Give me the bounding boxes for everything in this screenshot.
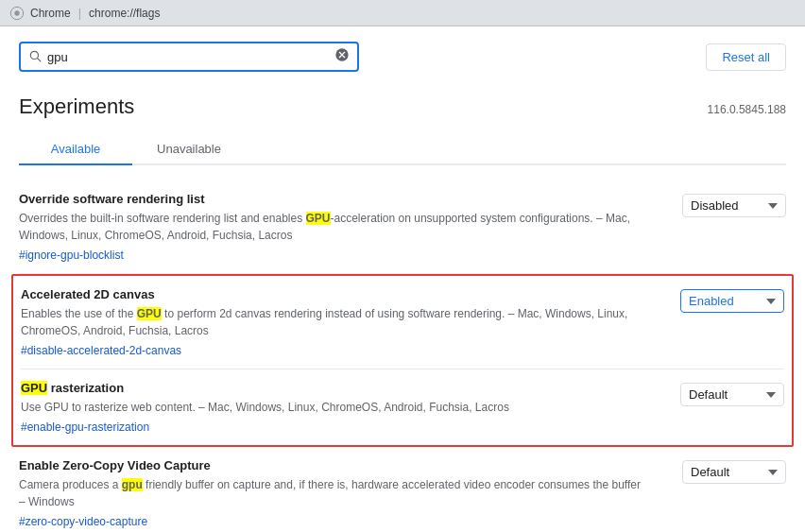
chrome-icon: [9, 6, 25, 21]
title-bar: Chrome | chrome://flags: [0, 0, 805, 26]
svg-line-3: [38, 58, 41, 60]
flag-title-accelerated-2d-canvas: Accelerated 2D canvas: [21, 287, 644, 301]
flag-item-override-software: Override software rendering list Overrid…: [19, 180, 786, 274]
url-display: chrome://flags: [89, 7, 160, 20]
main-content: Reset all Experiments 116.0.5845.188 Ava…: [0, 26, 805, 532]
highlight-gpu-4: gpu: [122, 478, 143, 491]
tabs-bar: Available Unavailable: [19, 134, 786, 165]
experiments-header: Experiments 116.0.5845.188: [19, 94, 786, 119]
flag-link-gpu-rasterization[interactable]: #enable-gpu-rasterization: [21, 420, 149, 434]
highlight-gpu-1: GPU: [306, 212, 331, 225]
svg-point-1: [14, 10, 19, 15]
flag-desc-zero-copy-video: Camera produces a gpu friendly buffer on…: [19, 476, 642, 510]
highlight-gpu-3: GPU: [21, 381, 47, 395]
app-name: Chrome: [30, 7, 71, 20]
flag-content-accelerated-2d-canvas: Accelerated 2D canvas Enables the use of…: [21, 287, 644, 357]
flag-control-override-software: Disabled Default Enabled: [682, 192, 786, 217]
search-area: Reset all: [19, 42, 786, 72]
flag-control-accelerated-2d-canvas: Enabled Default Disabled: [680, 287, 784, 313]
flag-item-zero-copy-video: Enable Zero-Copy Video Capture Camera pr…: [19, 447, 786, 532]
flag-dropdown-zero-copy-video[interactable]: Default Enabled Disabled: [682, 460, 786, 484]
flag-link-override-software[interactable]: #ignore-gpu-blocklist: [19, 249, 124, 262]
flag-content-zero-copy-video: Enable Zero-Copy Video Capture Camera pr…: [19, 458, 642, 528]
clear-search-button[interactable]: [334, 47, 350, 66]
flag-desc-override-software: Overrides the built-in software renderin…: [19, 210, 642, 244]
flag-dropdown-gpu-rasterization[interactable]: Default Enabled Disabled: [680, 383, 784, 406]
flag-dropdown-override-software[interactable]: Disabled Default Enabled: [682, 194, 786, 217]
search-icon: [28, 49, 42, 65]
highlighted-flags-group: Accelerated 2D canvas Enables the use of…: [11, 274, 794, 447]
page-title: Experiments: [19, 94, 134, 119]
flag-list: Override software rendering list Overrid…: [19, 180, 786, 532]
title-separator: |: [78, 6, 81, 20]
flag-control-gpu-rasterization: Default Enabled Disabled: [680, 381, 784, 406]
reset-all-button[interactable]: Reset all: [706, 43, 786, 71]
flag-control-zero-copy-video: Default Enabled Disabled: [682, 458, 786, 484]
tab-available[interactable]: Available: [19, 134, 132, 165]
search-box: [19, 42, 359, 72]
flag-link-accelerated-2d-canvas[interactable]: #disable-accelerated-2d-canvas: [21, 344, 181, 357]
version-label: 116.0.5845.188: [708, 103, 786, 116]
flag-dropdown-accelerated-2d-canvas[interactable]: Enabled Default Disabled: [680, 289, 784, 313]
flag-title-gpu-rasterization: GPU rasterization: [21, 381, 644, 395]
flag-link-zero-copy-video[interactable]: #zero-copy-video-capture: [19, 515, 147, 528]
flag-desc-accelerated-2d-canvas: Enables the use of the GPU to perform 2d…: [21, 305, 644, 339]
flag-item-accelerated-2d-canvas: Accelerated 2D canvas Enables the use of…: [21, 276, 784, 369]
flag-title-override-software: Override software rendering list: [19, 192, 642, 206]
flag-content-override-software: Override software rendering list Overrid…: [19, 192, 642, 262]
flag-desc-gpu-rasterization: Use GPU to rasterize web content. – Mac,…: [21, 399, 644, 416]
flag-item-gpu-rasterization: GPU rasterization Use GPU to rasterize w…: [21, 369, 784, 445]
flag-content-gpu-rasterization: GPU rasterization Use GPU to rasterize w…: [21, 381, 644, 434]
search-input[interactable]: [47, 50, 329, 64]
tab-unavailable[interactable]: Unavailable: [132, 134, 246, 165]
highlight-gpu-2: GPU: [137, 307, 162, 320]
flag-title-zero-copy-video: Enable Zero-Copy Video Capture: [19, 458, 642, 472]
